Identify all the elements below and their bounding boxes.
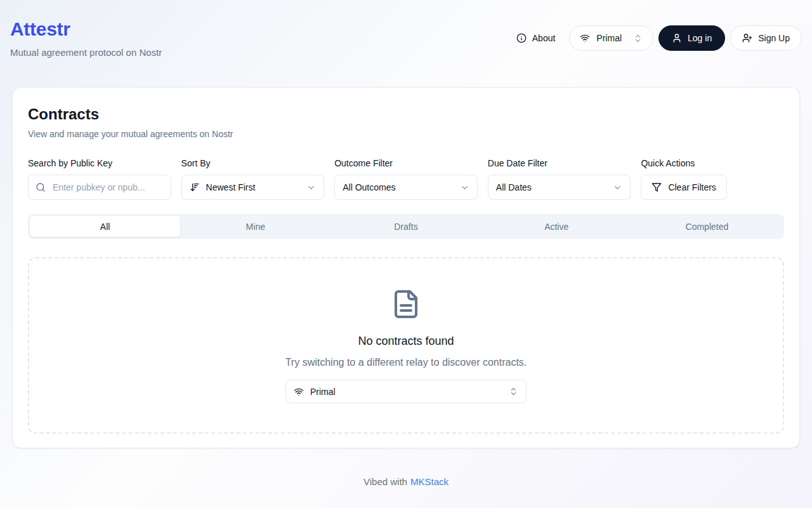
quick-actions-label: Quick Actions <box>641 158 784 168</box>
chevron-down-icon <box>306 183 316 192</box>
tab-mine[interactable]: Mine <box>180 216 331 237</box>
search-field-wrap <box>28 175 171 200</box>
filter-sort: Sort By Newest First <box>181 158 325 200</box>
chevrons-up-down-icon <box>633 34 643 43</box>
search-icon <box>36 182 46 192</box>
relay-select-left: Primal <box>294 387 336 397</box>
signup-button[interactable]: Sign Up <box>730 25 802 51</box>
page-title: Contracts <box>28 105 784 123</box>
sort-select-value: Newest First <box>206 182 256 192</box>
relay-selector-value: Primal <box>596 33 622 43</box>
filter-due-date: Due Date Filter All Dates <box>488 158 631 200</box>
about-button[interactable]: About <box>508 25 565 51</box>
relay-selector[interactable]: Primal <box>569 25 653 51</box>
empty-state: No contracts found Try switching to a di… <box>28 257 784 434</box>
tab-all[interactable]: All <box>30 216 180 237</box>
due-date-label: Due Date Filter <box>488 158 631 168</box>
search-label: Search by Public Key <box>28 158 171 168</box>
sort-descending-icon <box>190 182 200 192</box>
sort-label: Sort By <box>181 158 325 168</box>
wifi-icon <box>580 33 590 43</box>
footer-text: Vibed with <box>363 476 407 487</box>
brand-block: Attestr Mutual agreement protocol on Nos… <box>10 18 162 58</box>
tab-active[interactable]: Active <box>481 216 632 237</box>
due-date-select-value: All Dates <box>496 182 532 192</box>
search-input[interactable] <box>28 175 171 200</box>
file-text-icon <box>391 289 421 319</box>
tab-completed[interactable]: Completed <box>632 216 782 237</box>
funnel-icon <box>652 182 662 192</box>
sort-select-left: Newest First <box>190 182 256 192</box>
header-actions: About Primal Log in Sign Up <box>508 25 802 51</box>
contracts-card: Contracts View and manage your mutual ag… <box>12 87 800 448</box>
outcome-label: Outcome Filter <box>334 158 478 168</box>
filter-search: Search by Public Key <box>28 158 171 200</box>
outcome-select-value: All Outcomes <box>343 182 395 192</box>
empty-state-subtitle: Try switching to a different relay to di… <box>285 357 527 368</box>
user-plus-icon <box>742 33 752 43</box>
filter-quick-actions: Quick Actions Clear Filters <box>641 158 784 200</box>
outcome-select[interactable]: All Outcomes <box>334 175 478 200</box>
page-footer: Vibed withMKStack <box>0 476 812 487</box>
clear-filters-button[interactable]: Clear Filters <box>641 175 726 200</box>
relay-select-value: Primal <box>310 387 336 397</box>
app-title: Attestr <box>10 18 162 41</box>
due-date-select[interactable]: All Dates <box>488 175 631 200</box>
filter-outcome: Outcome Filter All Outcomes <box>334 158 478 200</box>
app-subtitle: Mutual agreement protocol on Nostr <box>10 47 162 58</box>
wifi-icon <box>294 387 304 397</box>
page-header: Attestr Mutual agreement protocol on Nos… <box>0 0 812 58</box>
chevron-down-icon <box>613 183 622 192</box>
chevron-down-icon <box>460 183 469 192</box>
about-label: About <box>532 33 556 43</box>
empty-state-title: No contracts found <box>358 335 454 348</box>
tab-drafts[interactable]: Drafts <box>331 216 481 237</box>
signup-label: Sign Up <box>758 33 790 43</box>
tab-list: All Mine Drafts Active Completed <box>28 214 784 239</box>
login-button[interactable]: Log in <box>658 25 725 51</box>
clear-filters-label: Clear Filters <box>668 182 716 192</box>
page-subtitle: View and manage your mutual agreements o… <box>28 129 784 139</box>
relay-select[interactable]: Primal <box>285 380 527 403</box>
login-label: Log in <box>688 33 712 43</box>
filters-row: Search by Public Key Sort By Newest Firs… <box>28 158 784 200</box>
sort-select[interactable]: Newest First <box>181 175 325 200</box>
chevrons-up-down-icon <box>509 387 518 396</box>
info-icon <box>516 33 527 43</box>
user-icon <box>672 33 682 43</box>
mkstack-link[interactable]: MKStack <box>410 476 449 487</box>
